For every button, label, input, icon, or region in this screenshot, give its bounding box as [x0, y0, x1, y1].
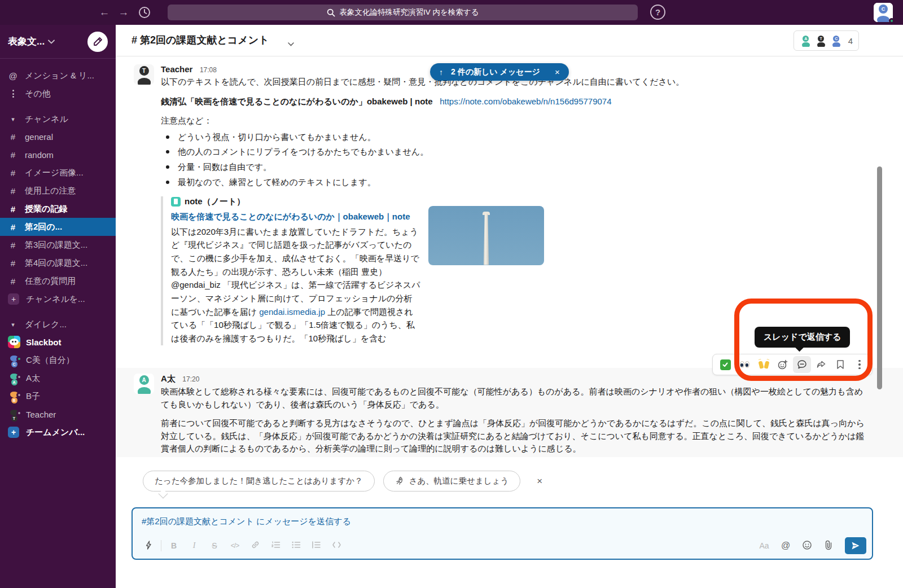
more-actions-icon — [854, 360, 865, 370]
bold-icon[interactable]: B — [164, 541, 184, 550]
pill-label: たった今参加しました！聞き逃したことはありますか？ — [155, 476, 363, 486]
dm-label: B子 — [26, 391, 40, 402]
presence-indicator — [16, 356, 22, 362]
sidebar-item-general[interactable]: #general — [0, 128, 116, 146]
close-icon[interactable]: × — [555, 67, 560, 77]
dm-section-header[interactable]: ▾ ダイレク... — [0, 316, 116, 333]
sidebar-item-dm-ata[interactable]: A A太 — [0, 369, 116, 387]
sidebar-item-usage-notes[interactable]: #使用上の注意 — [0, 182, 116, 200]
card-inline-link[interactable]: gendai.ismedia.jp — [259, 307, 325, 317]
presence-indicator — [16, 374, 22, 380]
ordered-list-icon[interactable] — [265, 541, 286, 551]
hash-icon: # — [8, 132, 18, 142]
help-icon[interactable]: ? — [650, 5, 665, 20]
channel-members-button[interactable]: A T C 4 — [794, 30, 859, 51]
sidebar-item-random[interactable]: #random — [0, 146, 116, 164]
bullet-list-icon[interactable] — [286, 541, 306, 551]
sidebar-item-questions[interactable]: #任意の質問用 — [0, 272, 116, 290]
sidebar-item-dm-teacher[interactable]: T Teacher — [0, 405, 116, 423]
sidebar-item-slackbot[interactable]: Slackbot — [0, 333, 116, 351]
thread-icon — [796, 359, 808, 370]
presence-indicator — [16, 392, 22, 398]
channel-header: # 第2回の課題文献とコメント A T C 4 — [116, 25, 903, 56]
sidebar-item-session3[interactable]: #第3回の課題文... — [0, 236, 116, 254]
share-message-button[interactable] — [812, 356, 830, 373]
workspace-name[interactable]: 表象文... — [8, 35, 45, 48]
author-name[interactable]: Teacher — [161, 64, 192, 74]
message-input[interactable] — [133, 508, 872, 526]
search-input[interactable]: 表象文化論特殊研究演習IV 内を検索する — [168, 5, 638, 20]
link-preview-image[interactable] — [428, 206, 544, 265]
sidebar-item-add-member[interactable]: + チームメンバ... — [0, 423, 116, 441]
hash-icon: # — [8, 277, 18, 286]
send-button[interactable] — [845, 537, 866, 554]
card-title-link[interactable]: 映画を倍速で見ることのなにがわるいのか｜obakeweb｜note — [171, 210, 420, 223]
presence-indicator — [16, 410, 22, 416]
check-emoji-icon — [720, 359, 731, 370]
sidebar-item-class-records[interactable]: #授業の記録 — [0, 200, 116, 218]
chevron-down-icon[interactable] — [48, 40, 55, 44]
sidebar-item-mentions[interactable]: @ メンション & リ... — [0, 67, 116, 85]
scrollbar-thumb[interactable] — [877, 166, 882, 389]
lightning-icon[interactable] — [138, 541, 159, 551]
channel-title[interactable]: # 第2回の課題文献とコメント — [131, 33, 269, 47]
attach-icon[interactable] — [819, 540, 838, 552]
eyes-emoji-reaction-button[interactable] — [735, 356, 753, 373]
channel-label: random — [25, 150, 54, 160]
timestamp[interactable]: 17:20 — [182, 375, 199, 383]
pill-label: さあ、軌道に乗せましょう — [409, 476, 509, 486]
suggestion-pill-2[interactable]: さあ、軌道に乗せましょう — [383, 471, 521, 492]
add-channel-label: チャンネルを... — [26, 294, 85, 305]
message-ata: A A太 17:20 映画体験として総称される様々な要素には、回復可能であるもの… — [116, 368, 903, 457]
citation-link[interactable]: https://note.com/obakeweb/n/n156d9577907… — [440, 96, 611, 106]
sidebar-item-dm-bko[interactable]: B B子 — [0, 387, 116, 405]
section-label: チャンネル — [25, 114, 68, 125]
sidebar-item-session4[interactable]: #第4回の課題文... — [0, 254, 116, 272]
channel-label: イメージ画像... — [25, 168, 84, 178]
dm-label: Slackbot — [26, 337, 62, 347]
reply-in-thread-button[interactable] — [793, 356, 811, 373]
dm-label: C美（自分） — [26, 355, 74, 366]
message-composer: B I S </> Aa @ — [131, 507, 873, 560]
close-icon[interactable]: × — [537, 476, 542, 487]
history-icon[interactable] — [138, 6, 151, 19]
hash-icon: # — [8, 240, 18, 250]
italic-icon[interactable]: I — [184, 541, 204, 550]
vertical-ellipsis-icon — [8, 90, 18, 98]
more-actions-button[interactable] — [851, 356, 869, 373]
avatar[interactable]: A — [134, 374, 154, 394]
message-actions-toolbar — [712, 354, 873, 375]
raised-hands-reaction-button[interactable] — [755, 356, 773, 373]
sidebar-item-label: メンション & リ... — [25, 71, 94, 81]
user-avatar[interactable]: C — [874, 3, 893, 22]
sidebar-item-session2-selected[interactable]: #第2回の... — [0, 218, 116, 236]
channels-section-header[interactable]: ▾ チャンネル — [0, 111, 116, 128]
sidebar-item-image[interactable]: #イメージ画像... — [0, 164, 116, 182]
author-name[interactable]: A太 — [161, 374, 176, 383]
blockquote-icon[interactable] — [306, 541, 326, 551]
emoji-icon[interactable] — [797, 540, 817, 552]
sidebar-item-dm-cmi[interactable]: C C美（自分） — [0, 351, 116, 369]
back-arrow-icon[interactable]: ← — [95, 6, 114, 19]
save-message-button[interactable] — [831, 356, 849, 373]
member-avatar: C — [830, 34, 843, 47]
suggestion-pill-1[interactable]: たった今参加しました！聞き逃したことはありますか？ — [143, 471, 375, 492]
forward-arrow-icon[interactable]: → — [114, 6, 133, 19]
code-icon[interactable]: </> — [225, 542, 245, 550]
sidebar-item-add-channel[interactable]: + チャンネルを... — [0, 290, 116, 308]
link-icon[interactable] — [245, 540, 265, 551]
new-message-button[interactable] — [87, 32, 108, 52]
message-teacher: T Teacher 17:08 以下のテキストを読んで、次回授業日の前日までに感… — [134, 64, 871, 345]
new-messages-banner[interactable]: ↑ 2 件の新しい メッセージ × — [430, 63, 569, 81]
strikethrough-icon[interactable]: S — [204, 541, 225, 550]
check-emoji-reaction-button[interactable] — [716, 356, 734, 373]
citation-title: 銭清弘「映画を倍速で見ることのなにがわるいのか」obakeweb | note — [161, 96, 433, 106]
timestamp[interactable]: 17:08 — [200, 66, 217, 74]
mention-button-icon[interactable]: @ — [776, 541, 795, 551]
sidebar-item-more[interactable]: その他 — [0, 85, 116, 103]
format-toggle-icon[interactable]: Aa — [755, 541, 774, 550]
code-block-icon[interactable] — [326, 541, 347, 551]
avatar[interactable]: T — [134, 64, 154, 85]
add-reaction-button[interactable] — [774, 356, 792, 373]
avatar-initial: C — [879, 5, 888, 14]
